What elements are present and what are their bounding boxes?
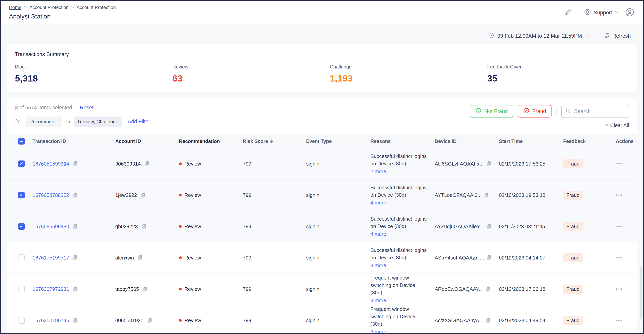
- copy-icon[interactable]: [72, 255, 78, 261]
- copy-icon[interactable]: [485, 318, 491, 323]
- row-checkbox[interactable]: ✓: [18, 223, 25, 230]
- row-actions-menu[interactable]: •••: [616, 224, 623, 229]
- filter-value-chip[interactable]: Review, Challenge: [74, 116, 122, 127]
- event-type: signin: [306, 255, 370, 261]
- col-risk-score[interactable]: Risk Score: [243, 138, 306, 144]
- reason-text: Frequent window switching on Device (30d…: [370, 274, 428, 296]
- more-reasons-link[interactable]: 4 more: [370, 230, 386, 238]
- copy-icon[interactable]: [72, 224, 78, 229]
- copy-icon[interactable]: [147, 318, 152, 323]
- recommendation-dot: [179, 319, 182, 322]
- date-range-picker[interactable]: 09 Feb 12:00AM to 12 Mar 11:59PM: [497, 33, 582, 39]
- chevron-down-icon[interactable]: [585, 33, 590, 39]
- copy-icon[interactable]: [72, 161, 78, 167]
- row-checkbox[interactable]: ✓: [18, 192, 25, 198]
- copy-icon[interactable]: [486, 224, 492, 229]
- metric-block-label[interactable]: Block: [15, 64, 27, 69]
- transaction-id-link[interactable]: 1676051599324: [32, 161, 69, 167]
- breadcrumb-home-link[interactable]: Home: [9, 5, 22, 10]
- transaction-id-link[interactable]: 1676307972931: [32, 286, 69, 292]
- copy-icon[interactable]: [137, 255, 143, 261]
- row-actions-menu[interactable]: •••: [616, 192, 623, 198]
- copy-icon[interactable]: [72, 318, 78, 323]
- risk-score: 799: [243, 161, 306, 167]
- row-checkbox[interactable]: ✓: [18, 160, 25, 167]
- account-id: gb029223: [115, 224, 138, 230]
- transaction-id-link[interactable]: 1676085699480: [32, 224, 69, 230]
- select-all-checkbox[interactable]: –: [18, 138, 25, 145]
- add-filter-button[interactable]: Add Filter: [128, 119, 150, 125]
- reason-text: Successful distinct logins on Device (30…: [370, 215, 428, 230]
- search-box[interactable]: [561, 105, 629, 118]
- reason-text: Successful distinct logins on Device (30…: [370, 152, 428, 167]
- refresh-button[interactable]: Refresh: [604, 32, 631, 40]
- more-reasons-link[interactable]: 4 more: [370, 199, 386, 206]
- copy-icon[interactable]: [142, 286, 148, 292]
- copy-icon[interactable]: [486, 161, 492, 167]
- reason-text: Successful distinct logins on Device (30…: [370, 247, 428, 261]
- account-id: 1jew2922: [115, 192, 137, 198]
- row-checkbox[interactable]: [18, 286, 25, 292]
- table-row: ✓ 1676058788252 1jew2922 Review: [7, 180, 637, 211]
- col-feedback[interactable]: Feedback: [563, 138, 616, 144]
- risk-score: 799: [243, 255, 306, 261]
- actions-divider: [556, 107, 556, 116]
- transaction-id-link[interactable]: 1676350190745: [32, 318, 69, 324]
- search-icon: [565, 108, 571, 115]
- start-time: 02/13/2023 17:06:18: [499, 286, 563, 292]
- fraud-button[interactable]: Fraud: [518, 105, 552, 117]
- clear-all-button[interactable]: × Clear All: [605, 122, 629, 128]
- selection-dash: -: [75, 105, 77, 110]
- col-device-id[interactable]: Device ID: [435, 138, 499, 144]
- copy-icon[interactable]: [141, 224, 147, 229]
- transaction-id-link[interactable]: 1676175199717: [32, 255, 69, 261]
- copy-icon[interactable]: [486, 255, 492, 261]
- metric-challenge-label[interactable]: Challenge: [330, 64, 352, 69]
- col-transaction-id[interactable]: Transaction ID: [32, 138, 115, 144]
- risk-score: 799: [243, 286, 306, 292]
- copy-icon[interactable]: [140, 192, 146, 198]
- copy-icon[interactable]: [144, 161, 150, 167]
- breadcrumb-item[interactable]: Account Protection: [30, 5, 68, 10]
- metric-feedback-given-label[interactable]: Feedback Given: [487, 64, 523, 69]
- transactions-table-card: 3 of 6574 items selected - Reset Recomme…: [7, 98, 637, 334]
- more-reasons-link[interactable]: 3 more: [370, 297, 386, 304]
- sort-icon[interactable]: [270, 139, 273, 143]
- row-checkbox[interactable]: [18, 317, 25, 324]
- risk-score: 799: [243, 192, 306, 198]
- more-reasons-link[interactable]: 2 more: [370, 168, 386, 175]
- breadcrumb: Home > Account Protection > Account Prot…: [9, 5, 635, 10]
- more-reasons-link[interactable]: 3 more: [370, 262, 386, 269]
- col-start-time[interactable]: Start Time: [499, 138, 563, 144]
- more-reasons-link[interactable]: 3 more: [370, 328, 386, 334]
- col-account-id[interactable]: Account ID: [115, 138, 179, 144]
- search-input[interactable]: [574, 108, 617, 115]
- selection-count: 3 of 6574 items selected: [15, 105, 72, 110]
- support-menu[interactable]: Support: [584, 8, 620, 17]
- recommendation-label: Review: [184, 318, 201, 324]
- close-icon: ×: [605, 122, 608, 128]
- copy-icon[interactable]: [485, 286, 491, 292]
- metric-review: Review 63: [164, 64, 322, 84]
- edit-pencil-icon[interactable]: [564, 8, 572, 17]
- row-checkbox[interactable]: [18, 255, 25, 261]
- col-recommendation[interactable]: Recommendation: [179, 138, 243, 144]
- row-actions-menu[interactable]: •••: [616, 318, 623, 323]
- row-actions-menu[interactable]: •••: [616, 286, 623, 292]
- clock-icon: [488, 32, 494, 40]
- col-event-type[interactable]: Event Type: [306, 138, 370, 144]
- row-actions-menu[interactable]: •••: [616, 255, 623, 261]
- transaction-id-link[interactable]: 1676058788252: [32, 192, 69, 198]
- filter-field-chip[interactable]: Recommen...: [26, 116, 62, 127]
- vertical-scrollbar[interactable]: [640, 267, 642, 319]
- metric-review-label[interactable]: Review: [172, 64, 188, 69]
- copy-icon[interactable]: [72, 192, 78, 198]
- col-reasons[interactable]: Reasons: [370, 138, 435, 144]
- copy-icon[interactable]: [484, 192, 490, 198]
- table-header: – Transaction ID Account ID Recommendati…: [7, 134, 637, 148]
- not-fraud-button[interactable]: Not Fraud: [470, 105, 513, 117]
- copy-icon[interactable]: [72, 286, 78, 292]
- user-avatar-icon[interactable]: [625, 8, 634, 17]
- reset-selection-link[interactable]: Reset: [80, 105, 94, 110]
- row-actions-menu[interactable]: •••: [616, 161, 623, 167]
